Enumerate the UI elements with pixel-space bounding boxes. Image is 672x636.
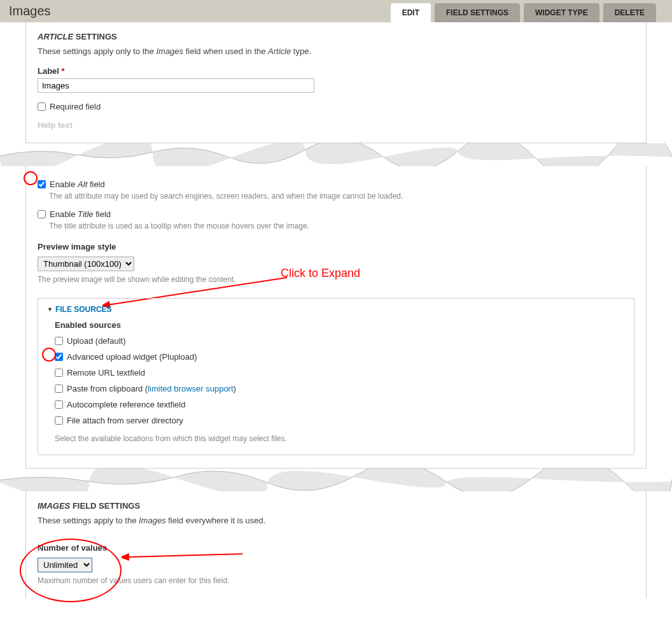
sources-help: Select the available locations from whic… [55, 434, 625, 443]
article-settings-heading: ARTICLE SETTINGS [38, 32, 634, 41]
enable-alt-help: The alt attribute may be used by search … [49, 192, 634, 201]
source-remote-label: Remote URL textfield [67, 368, 145, 378]
source-remote-row: Remote URL textfield [55, 368, 625, 378]
enable-title-row: Enable Title field [38, 209, 634, 219]
enable-title-help: The title attribute is used as a tooltip… [49, 222, 634, 230]
required-field-label: Required field [50, 102, 101, 111]
label-field-label: Label * [38, 66, 634, 76]
file-sources-legend[interactable]: ▼ FILE SOURCES [47, 305, 625, 314]
nov-label: Number of values [38, 543, 634, 553]
source-plupload-row: Advanced upload widget (Plupload) [55, 352, 625, 362]
source-attach-checkbox[interactable] [55, 416, 63, 425]
preview-style-select[interactable]: Thumbnail (100x100) [38, 257, 134, 271]
source-plupload-checkbox[interactable] [55, 353, 63, 361]
tab-field-settings[interactable]: FIELD SETTINGS [435, 3, 520, 22]
tab-edit[interactable]: EDIT [391, 3, 431, 22]
enable-title-checkbox[interactable] [38, 210, 46, 218]
source-upload-label: Upload (default) [67, 336, 126, 346]
nov-select[interactable]: Unlimited [38, 558, 92, 572]
annotation-circle-alt [24, 171, 38, 185]
source-paste-row: Paste from clipboard (limited browser su… [55, 384, 625, 393]
annotation-circle-plupload [42, 348, 56, 362]
source-attach-label: File attach from server directory [67, 416, 183, 425]
triangle-down-icon: ▼ [47, 306, 53, 313]
enable-alt-row: Enable Alt field [38, 180, 634, 189]
field-settings-heading: IMAGES FIELD SETTINGS [38, 501, 634, 511]
article-settings-panel: ARTICLE SETTINGS These settings apply on… [25, 22, 647, 143]
annotation-click-expand: Click to Expand [281, 267, 360, 280]
required-field-checkbox[interactable] [38, 102, 46, 111]
source-paste-checkbox[interactable] [55, 385, 63, 393]
required-field-row: Required field [38, 102, 634, 111]
source-plupload-label: Advanced upload widget (Plupload) [67, 352, 197, 362]
field-settings-panel: IMAGES FIELD SETTINGS These settings app… [25, 491, 647, 598]
nov-help: Maximum number of values users can enter… [38, 576, 634, 585]
preview-style-label: Preview image style [38, 242, 634, 251]
svg-line-1 [127, 554, 242, 557]
source-upload-checkbox[interactable] [55, 337, 63, 345]
tabs: EDIT FIELD SETTINGS WIDGET TYPE DELETE [391, 3, 656, 22]
limited-support-link[interactable]: limited browser support [148, 384, 233, 393]
help-text-label: Help text [38, 120, 634, 130]
source-paste-label: Paste from clipboard (limited browser su… [67, 384, 236, 393]
tab-delete[interactable]: DELETE [603, 3, 656, 22]
enabled-sources-heading: Enabled sources [55, 320, 625, 330]
page-title: Images [9, 4, 51, 18]
source-attach-row: File attach from server directory [55, 416, 625, 425]
required-asterisk: * [62, 66, 65, 76]
article-settings-desc: These settings apply only to the Images … [38, 46, 634, 56]
source-upload-row: Upload (default) [55, 336, 625, 346]
torn-edge-icon [0, 143, 672, 166]
source-autocomplete-row: Autocomplete reference textfield [55, 400, 625, 409]
source-remote-checkbox[interactable] [55, 369, 63, 377]
label-input[interactable] [38, 78, 314, 93]
enable-alt-checkbox[interactable] [38, 180, 46, 188]
file-sources-fieldset: ▼ FILE SOURCES Enabled sources Upload (d… [38, 298, 634, 455]
enable-alt-label: Enable Alt field [50, 180, 105, 189]
source-autocomplete-checkbox[interactable] [55, 400, 63, 409]
field-settings-desc: These settings apply to the Images field… [38, 516, 634, 525]
source-autocomplete-label: Autocomplete reference textfield [67, 400, 185, 409]
enable-title-label: Enable Title field [50, 209, 111, 219]
tab-widget-type[interactable]: WIDGET TYPE [524, 3, 599, 22]
article-settings-panel-cont: Enable Alt field The alt attribute may b… [25, 166, 647, 469]
topbar: Images EDIT FIELD SETTINGS WIDGET TYPE D… [0, 0, 672, 22]
torn-edge-icon [0, 469, 672, 491]
